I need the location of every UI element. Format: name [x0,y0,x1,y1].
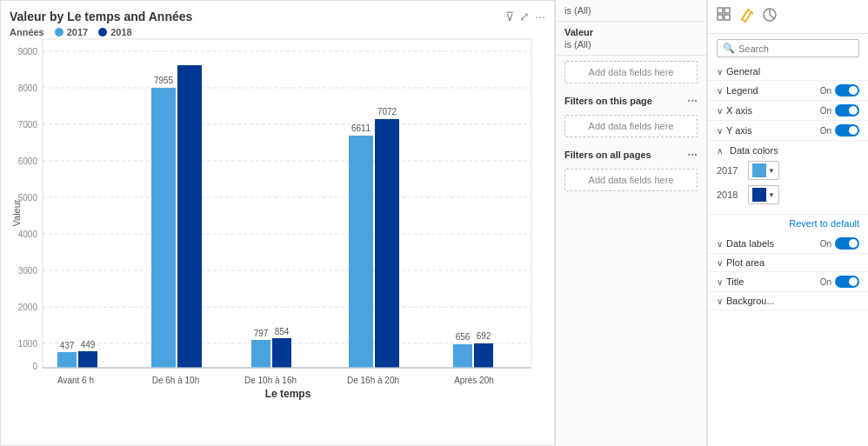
section-background[interactable]: ∨ Backgrou... [708,292,868,310]
paint-icon[interactable] [739,7,755,26]
filter-section-1: is (All) [556,0,706,22]
svg-line-42 [751,12,753,14]
bar-10h16h-2018 [272,338,291,368]
xaxis-toggle-switch[interactable] [835,104,859,116]
filter-allpages-label-text: Filters on all pages [564,150,651,160]
legend-toggle-switch[interactable] [835,84,859,97]
svg-text:7072: 7072 [377,107,397,116]
svg-rect-40 [718,15,723,20]
color-row-2018: 2018 ▼ [717,185,859,204]
title-label: Title [726,276,820,287]
filter-icon[interactable]: ⊽ [505,10,514,23]
general-label: General [726,66,859,77]
yaxis-toggle[interactable]: On [820,124,859,136]
svg-text:De 6h à 10h: De 6h à 10h [152,376,200,385]
svg-text:449: 449 [81,340,96,349]
svg-text:0: 0 [32,362,37,371]
bar-16h20h-2017 [349,136,373,368]
legend-toggle-label: On [820,86,831,96]
filter-add-btn-allpages[interactable]: Add data fields here [564,169,698,191]
data-labels-toggle-switch[interactable] [835,237,859,250]
legend-toggle[interactable]: On [820,84,859,97]
more-icon[interactable]: ··· [535,10,545,23]
title-toggle[interactable]: On [820,276,859,288]
chevron-title: ∨ [717,277,723,287]
bar-avant6h-2018 [78,351,97,368]
color-swatch-btn-2017[interactable]: ▼ [748,161,779,180]
expand-icon[interactable]: ⤢ [519,10,530,23]
section-title[interactable]: ∨ Title On [708,272,868,292]
xaxis-toggle-label: On [820,106,831,116]
data-colors-label[interactable]: ∧ Data colors [717,145,859,156]
filter-page-dots[interactable]: ··· [687,94,698,108]
legend: Années 2017 2018 [10,27,545,37]
legend-year-2017: 2017 [67,27,88,37]
filter-add-btn-visual[interactable]: Add data fields here [564,61,698,83]
chart-toolbar: ⊽ ⤢ ··· [505,10,545,23]
chevron-plot-area: ∨ [717,258,723,268]
section-xaxis[interactable]: ∨ X axis On [708,101,868,121]
color-label-2018: 2018 [717,190,743,200]
svg-rect-41 [724,15,730,20]
bar-10h16h-2017 [251,340,270,368]
legend-label: Années [10,27,44,37]
filter-panel: is (All) Valeur is (All) Add data fields… [555,0,707,446]
data-labels-toggle[interactable]: On [820,237,859,250]
svg-text:6000: 6000 [18,156,38,166]
svg-text:7000: 7000 [18,120,38,130]
svg-rect-37 [43,39,531,368]
svg-text:8601: 8601 [180,54,200,63]
bar-avant6h-2017 [57,352,77,368]
section-data-labels[interactable]: ∨ Data labels On [708,234,868,254]
legend-format-label: Legend [726,85,820,96]
color-dropdown-arrow-2017: ▼ [768,167,775,175]
title-toggle-label: On [820,277,831,287]
chevron-yaxis: ∨ [717,126,723,136]
svg-text:656: 656 [456,332,471,342]
svg-text:3000: 3000 [18,266,38,276]
filter-page-label: Filters on this page ··· [556,89,706,110]
bar-apres20h-2017 [453,344,472,368]
svg-text:9000: 9000 [18,47,38,57]
chart-svg-container: Valeur 9000 8000 7000 6000 5000 4000 300… [10,39,545,445]
yaxis-label: Y axis [726,125,820,136]
svg-text:1000: 1000 [18,339,38,349]
search-input[interactable] [738,43,853,54]
chart-title: Valeur by Le temps and Années [10,10,545,23]
section-plot-area[interactable]: ∨ Plot area [708,254,868,272]
title-toggle-switch[interactable] [835,276,859,288]
xaxis-label: X axis [726,105,820,116]
color-swatch-btn-2018[interactable]: ▼ [748,185,779,204]
grid-icon[interactable] [717,7,732,26]
xaxis-toggle[interactable]: On [820,104,859,116]
analytics-icon[interactable] [762,7,778,26]
svg-text:De 16h à 20h: De 16h à 20h [347,376,399,385]
section-yaxis[interactable]: ∨ Y axis On [708,121,868,141]
svg-text:4000: 4000 [18,230,38,239]
color-label-2017: 2017 [717,165,743,176]
yaxis-toggle-label: On [820,126,831,136]
bar-apres20h-2018 [474,343,493,368]
svg-text:5000: 5000 [18,193,38,203]
svg-text:2000: 2000 [18,303,38,312]
section-general[interactable]: ∨ General [708,63,868,81]
svg-text:437: 437 [60,341,75,350]
yaxis-toggle-switch[interactable] [835,124,859,136]
svg-text:797: 797 [254,329,269,338]
chevron-legend: ∨ [717,86,723,96]
section-legend[interactable]: ∨ Legend On [708,81,868,101]
chevron-data-labels: ∨ [717,239,723,249]
color-dropdown-arrow-2018: ▼ [768,191,775,199]
data-labels-toggle-label: On [820,239,831,249]
filter-add-btn-page[interactable]: Add data fields here [564,115,698,137]
background-label: Backgrou... [726,296,859,306]
revert-btn[interactable]: Revert to default [708,215,868,234]
filter-visual-label2: Valeur [564,27,698,37]
svg-rect-38 [718,8,723,13]
svg-text:De 10h à 16h: De 10h à 16h [244,376,297,385]
filter-visual-value1: is (All) [564,5,698,16]
filter-allpages-dots[interactable]: ··· [687,148,698,162]
svg-text:854: 854 [275,327,290,336]
filter-visual-value2: is (All) [564,39,698,50]
svg-text:6611: 6611 [351,123,371,133]
